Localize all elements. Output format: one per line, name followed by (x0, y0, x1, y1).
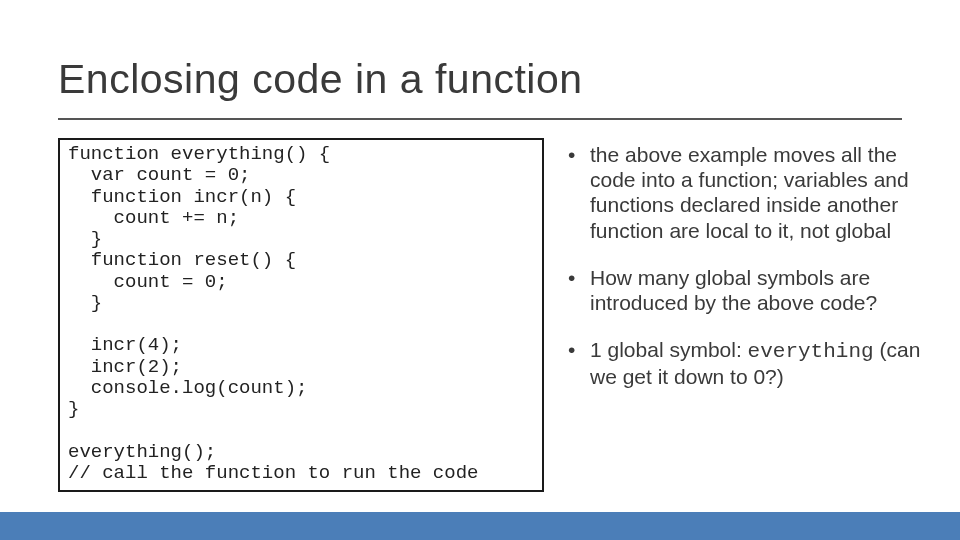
bullet-dot-icon: • (568, 142, 590, 243)
bullet-text-pre: 1 global symbol: (590, 338, 748, 361)
bullet-list: • the above example moves all the code i… (568, 142, 928, 412)
list-item: • the above example moves all the code i… (568, 142, 928, 243)
slide: Enclosing code in a function function ev… (0, 0, 960, 540)
code-block: function everything() { var count = 0; f… (58, 138, 544, 492)
bullet-dot-icon: • (568, 265, 590, 315)
footer-bar (0, 512, 960, 540)
bullet-text-code: everything (748, 340, 874, 363)
bullet-text: How many global symbols are introduced b… (590, 265, 928, 315)
slide-title: Enclosing code in a function (58, 56, 583, 103)
list-item: • How many global symbols are introduced… (568, 265, 928, 315)
title-underline (58, 118, 902, 120)
list-item: • 1 global symbol: everything (can we ge… (568, 337, 928, 389)
code-text: function everything() { var count = 0; f… (68, 144, 534, 484)
bullet-text: 1 global symbol: everything (can we get … (590, 337, 928, 389)
bullet-dot-icon: • (568, 337, 590, 389)
bullet-text: the above example moves all the code int… (590, 142, 928, 243)
